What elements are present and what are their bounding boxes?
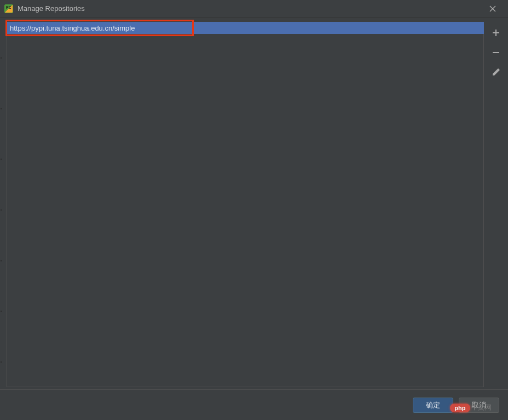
ok-button-label: 确定: [426, 400, 440, 410]
close-window-button[interactable]: [482, 1, 504, 16]
minus-icon: [492, 48, 500, 57]
dialog-button-bar: 确定 取消: [0, 389, 508, 420]
watermark: php 中文网: [450, 403, 492, 412]
repository-list-item-selected[interactable]: https://pypi.tuna.tsinghua.edu.cn/simple: [7, 22, 484, 34]
remove-repository-button[interactable]: [488, 46, 504, 59]
window-title: Manage Repositories: [18, 4, 482, 13]
pycharm-app-icon: [4, 4, 13, 13]
watermark-logo-pill: php: [450, 404, 470, 412]
repository-list-empty-area[interactable]: [7, 34, 484, 387]
ok-button[interactable]: 确定: [413, 398, 453, 413]
edit-repository-button[interactable]: [488, 66, 504, 79]
titlebar[interactable]: Manage Repositories: [0, 0, 508, 18]
add-repository-button[interactable]: [488, 26, 504, 39]
watermark-text: 中文网: [471, 403, 492, 412]
repository-url-text: https://pypi.tuna.tsinghua.edu.cn/simple: [10, 24, 135, 32]
plus-icon: [492, 28, 500, 37]
close-icon: [489, 5, 496, 12]
side-toolbar: [486, 22, 506, 79]
repository-list[interactable]: https://pypi.tuna.tsinghua.edu.cn/simple: [7, 22, 484, 387]
left-edge-decoration: [0, 33, 2, 387]
pencil-icon: [492, 68, 500, 77]
